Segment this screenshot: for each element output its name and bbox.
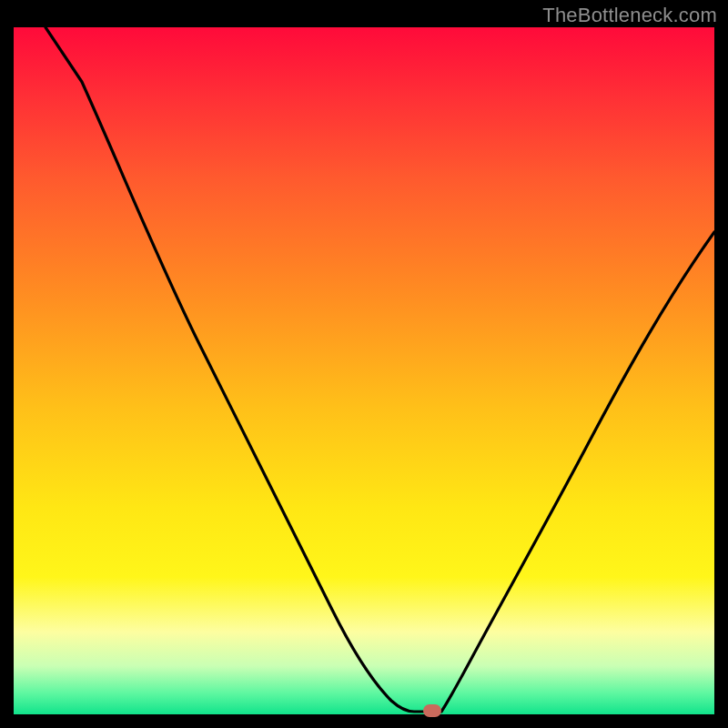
watermark-text: TheBottleneck.com — [542, 4, 717, 27]
chart-stage: TheBottleneck.com — [0, 0, 728, 728]
optimal-point-marker — [423, 704, 441, 717]
curve-path — [46, 27, 714, 712]
plot-area — [14, 27, 714, 714]
bottleneck-curve — [14, 27, 714, 714]
